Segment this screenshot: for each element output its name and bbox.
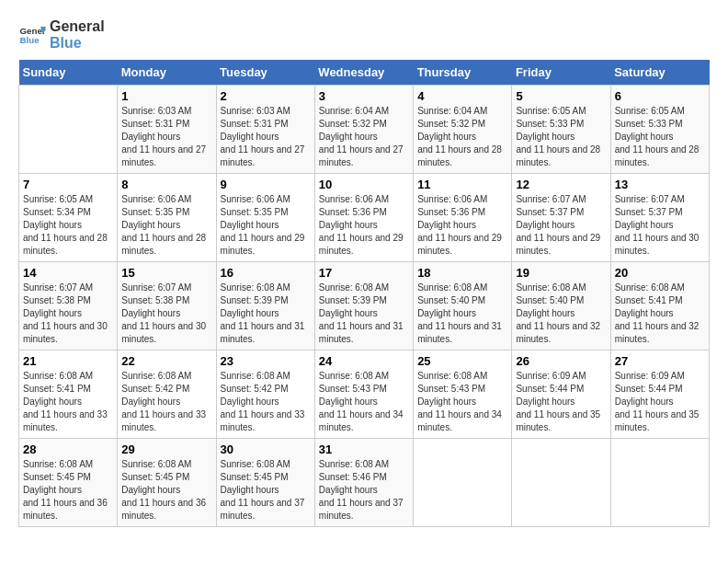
day-cell: 24 Sunrise: 6:08 AM Sunset: 5:43 PM Dayl… xyxy=(314,350,413,439)
day-cell: 23 Sunrise: 6:08 AM Sunset: 5:42 PM Dayl… xyxy=(216,350,314,439)
day-cell: 5 Sunrise: 6:05 AM Sunset: 5:33 PM Dayli… xyxy=(512,86,610,174)
day-info: Sunrise: 6:04 AM Sunset: 5:32 PM Dayligh… xyxy=(417,105,507,169)
day-info: Sunrise: 6:09 AM Sunset: 5:44 PM Dayligh… xyxy=(516,370,606,434)
calendar-table: SundayMondayTuesdayWednesdayThursdayFrid… xyxy=(18,60,710,527)
day-number: 18 xyxy=(417,266,507,280)
day-number: 4 xyxy=(417,89,507,103)
header-wednesday: Wednesday xyxy=(314,60,413,86)
day-cell: 29 Sunrise: 6:08 AM Sunset: 5:45 PM Dayl… xyxy=(118,439,216,527)
week-row-3: 14 Sunrise: 6:07 AM Sunset: 5:38 PM Dayl… xyxy=(19,262,710,350)
day-cell: 30 Sunrise: 6:08 AM Sunset: 5:45 PM Dayl… xyxy=(216,439,314,527)
day-info: Sunrise: 6:07 AM Sunset: 5:37 PM Dayligh… xyxy=(615,193,705,258)
day-info: Sunrise: 6:03 AM Sunset: 5:31 PM Dayligh… xyxy=(121,105,211,169)
week-row-2: 7 Sunrise: 6:05 AM Sunset: 5:34 PM Dayli… xyxy=(19,174,710,262)
day-info: Sunrise: 6:05 AM Sunset: 5:33 PM Dayligh… xyxy=(516,105,606,169)
week-row-5: 28 Sunrise: 6:08 AM Sunset: 5:45 PM Dayl… xyxy=(19,439,710,527)
day-info: Sunrise: 6:08 AM Sunset: 5:46 PM Dayligh… xyxy=(319,458,409,523)
header-tuesday: Tuesday xyxy=(216,60,314,86)
day-info: Sunrise: 6:08 AM Sunset: 5:40 PM Dayligh… xyxy=(516,282,606,346)
day-cell: 15 Sunrise: 6:07 AM Sunset: 5:38 PM Dayl… xyxy=(118,262,216,350)
day-info: Sunrise: 6:06 AM Sunset: 5:36 PM Dayligh… xyxy=(319,193,409,258)
day-number: 29 xyxy=(121,442,211,456)
day-number: 14 xyxy=(23,266,113,280)
day-number: 27 xyxy=(615,354,705,368)
day-info: Sunrise: 6:08 AM Sunset: 5:41 PM Dayligh… xyxy=(23,370,113,434)
day-number: 1 xyxy=(121,89,211,103)
days-header-row: SundayMondayTuesdayWednesdayThursdayFrid… xyxy=(19,60,710,86)
day-cell: 21 Sunrise: 6:08 AM Sunset: 5:41 PM Dayl… xyxy=(19,350,118,439)
day-cell: 26 Sunrise: 6:09 AM Sunset: 5:44 PM Dayl… xyxy=(512,350,610,439)
header: General Blue General Blue xyxy=(18,18,710,51)
day-cell: 22 Sunrise: 6:08 AM Sunset: 5:42 PM Dayl… xyxy=(118,350,216,439)
day-number: 19 xyxy=(516,266,606,280)
day-number: 8 xyxy=(121,178,211,191)
day-number: 21 xyxy=(23,354,113,368)
day-info: Sunrise: 6:08 AM Sunset: 5:39 PM Dayligh… xyxy=(319,282,409,346)
day-cell: 3 Sunrise: 6:04 AM Sunset: 5:32 PM Dayli… xyxy=(314,86,413,174)
day-info: Sunrise: 6:08 AM Sunset: 5:42 PM Dayligh… xyxy=(221,370,311,434)
day-info: Sunrise: 6:08 AM Sunset: 5:45 PM Dayligh… xyxy=(221,458,311,523)
header-sunday: Sunday xyxy=(19,60,118,86)
day-number: 2 xyxy=(221,89,311,103)
day-info: Sunrise: 6:06 AM Sunset: 5:35 PM Dayligh… xyxy=(121,193,211,258)
day-cell: 16 Sunrise: 6:08 AM Sunset: 5:39 PM Dayl… xyxy=(216,262,314,350)
header-thursday: Thursday xyxy=(414,60,512,86)
day-number: 23 xyxy=(221,354,311,368)
day-number: 15 xyxy=(121,266,211,280)
day-number: 17 xyxy=(319,266,409,280)
day-number: 26 xyxy=(516,354,606,368)
day-info: Sunrise: 6:08 AM Sunset: 5:43 PM Dayligh… xyxy=(319,370,409,434)
day-number: 31 xyxy=(319,442,409,456)
day-number: 3 xyxy=(319,89,409,103)
week-row-4: 21 Sunrise: 6:08 AM Sunset: 5:41 PM Dayl… xyxy=(19,350,710,439)
day-cell: 19 Sunrise: 6:08 AM Sunset: 5:40 PM Dayl… xyxy=(512,262,610,350)
day-number: 10 xyxy=(319,178,409,191)
day-info: Sunrise: 6:08 AM Sunset: 5:43 PM Dayligh… xyxy=(417,370,507,434)
day-cell: 6 Sunrise: 6:05 AM Sunset: 5:33 PM Dayli… xyxy=(610,86,709,174)
day-number: 11 xyxy=(417,178,507,191)
day-number: 30 xyxy=(221,442,311,456)
day-cell: 1 Sunrise: 6:03 AM Sunset: 5:31 PM Dayli… xyxy=(118,86,216,174)
day-number: 20 xyxy=(615,266,705,280)
day-info: Sunrise: 6:05 AM Sunset: 5:34 PM Dayligh… xyxy=(23,193,113,258)
day-cell xyxy=(414,439,512,527)
day-number: 12 xyxy=(516,178,606,191)
day-number: 5 xyxy=(516,89,606,103)
day-cell: 10 Sunrise: 6:06 AM Sunset: 5:36 PM Dayl… xyxy=(314,174,413,262)
day-info: Sunrise: 6:07 AM Sunset: 5:37 PM Dayligh… xyxy=(516,193,606,258)
day-number: 25 xyxy=(417,354,507,368)
day-info: Sunrise: 6:05 AM Sunset: 5:33 PM Dayligh… xyxy=(615,105,705,169)
day-cell: 4 Sunrise: 6:04 AM Sunset: 5:32 PM Dayli… xyxy=(414,86,512,174)
day-number: 13 xyxy=(615,178,705,191)
svg-text:Blue: Blue xyxy=(20,35,40,45)
day-cell xyxy=(19,86,118,174)
day-cell: 17 Sunrise: 6:08 AM Sunset: 5:39 PM Dayl… xyxy=(314,262,413,350)
day-number: 7 xyxy=(23,178,113,191)
day-info: Sunrise: 6:08 AM Sunset: 5:45 PM Dayligh… xyxy=(23,458,113,523)
day-cell: 20 Sunrise: 6:08 AM Sunset: 5:41 PM Dayl… xyxy=(610,262,709,350)
day-number: 22 xyxy=(121,354,211,368)
logo: General Blue General Blue xyxy=(18,18,105,51)
logo-icon: General Blue xyxy=(18,21,46,49)
day-info: Sunrise: 6:08 AM Sunset: 5:40 PM Dayligh… xyxy=(417,282,507,346)
day-info: Sunrise: 6:07 AM Sunset: 5:38 PM Dayligh… xyxy=(23,282,113,346)
day-cell: 9 Sunrise: 6:06 AM Sunset: 5:35 PM Dayli… xyxy=(216,174,314,262)
day-info: Sunrise: 6:06 AM Sunset: 5:35 PM Dayligh… xyxy=(221,193,311,258)
day-cell: 13 Sunrise: 6:07 AM Sunset: 5:37 PM Dayl… xyxy=(610,174,709,262)
day-cell xyxy=(610,439,709,527)
week-row-1: 1 Sunrise: 6:03 AM Sunset: 5:31 PM Dayli… xyxy=(19,86,710,174)
day-cell: 27 Sunrise: 6:09 AM Sunset: 5:44 PM Dayl… xyxy=(610,350,709,439)
day-number: 9 xyxy=(221,178,311,191)
day-info: Sunrise: 6:04 AM Sunset: 5:32 PM Dayligh… xyxy=(319,105,409,169)
header-friday: Friday xyxy=(512,60,610,86)
day-cell: 12 Sunrise: 6:07 AM Sunset: 5:37 PM Dayl… xyxy=(512,174,610,262)
day-number: 6 xyxy=(615,89,705,103)
day-cell: 28 Sunrise: 6:08 AM Sunset: 5:45 PM Dayl… xyxy=(19,439,118,527)
day-info: Sunrise: 6:08 AM Sunset: 5:42 PM Dayligh… xyxy=(121,370,211,434)
day-cell: 8 Sunrise: 6:06 AM Sunset: 5:35 PM Dayli… xyxy=(118,174,216,262)
header-saturday: Saturday xyxy=(610,60,709,86)
day-cell: 25 Sunrise: 6:08 AM Sunset: 5:43 PM Dayl… xyxy=(414,350,512,439)
day-cell: 31 Sunrise: 6:08 AM Sunset: 5:46 PM Dayl… xyxy=(314,439,413,527)
day-info: Sunrise: 6:07 AM Sunset: 5:38 PM Dayligh… xyxy=(121,282,211,346)
day-number: 24 xyxy=(319,354,409,368)
